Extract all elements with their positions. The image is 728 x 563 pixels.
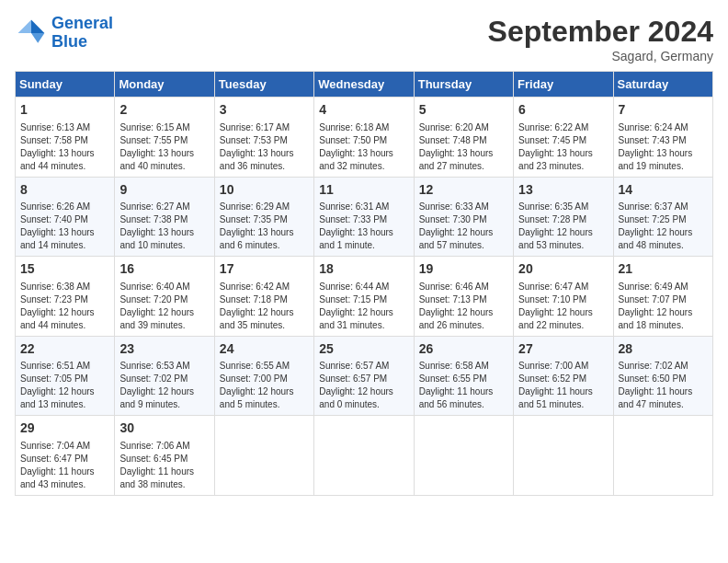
day-info: Sunrise: 6:18 AM Sunset: 7:50 PM Dayligh…	[319, 121, 408, 173]
day-number: 20	[518, 260, 608, 279]
day-number: 21	[619, 260, 708, 279]
day-number: 13	[518, 181, 608, 200]
day-number: 14	[619, 181, 708, 200]
day-info: Sunrise: 6:26 AM Sunset: 7:40 PM Dayligh…	[20, 201, 109, 252]
day-number: 28	[619, 340, 708, 359]
calendar-week-row: 8Sunrise: 6:26 AM Sunset: 7:40 PM Daylig…	[16, 177, 713, 257]
day-number: 2	[119, 101, 209, 120]
calendar-cell: 29Sunrise: 7:04 AM Sunset: 6:47 PM Dayli…	[16, 416, 115, 496]
calendar-cell: 14Sunrise: 6:37 AM Sunset: 7:25 PM Dayli…	[613, 177, 712, 257]
calendar-cell: 10Sunrise: 6:29 AM Sunset: 7:35 PM Dayli…	[214, 177, 313, 257]
day-info: Sunrise: 6:37 AM Sunset: 7:25 PM Dayligh…	[619, 201, 708, 252]
logo: General Blue	[15, 15, 113, 52]
day-number: 10	[220, 181, 309, 200]
day-info: Sunrise: 6:57 AM Sunset: 6:57 PM Dayligh…	[319, 360, 408, 411]
calendar-cell: 30Sunrise: 7:06 AM Sunset: 6:45 PM Dayli…	[115, 416, 214, 496]
day-info: Sunrise: 6:15 AM Sunset: 7:55 PM Dayligh…	[119, 121, 209, 173]
day-info: Sunrise: 6:31 AM Sunset: 7:33 PM Dayligh…	[319, 201, 408, 252]
day-number: 4	[319, 101, 408, 120]
header-day-sunday: Sunday	[16, 72, 115, 98]
calendar-cell: 28Sunrise: 7:02 AM Sunset: 6:50 PM Dayli…	[613, 336, 712, 416]
calendar-cell: 23Sunrise: 6:53 AM Sunset: 7:02 PM Dayli…	[115, 336, 214, 416]
day-info: Sunrise: 6:22 AM Sunset: 7:45 PM Dayligh…	[518, 121, 608, 173]
calendar-cell	[214, 416, 313, 496]
day-number: 3	[220, 101, 309, 120]
month-title: September 2024	[488, 15, 713, 49]
calendar-cell	[414, 416, 513, 496]
calendar-cell: 21Sunrise: 6:49 AM Sunset: 7:07 PM Dayli…	[613, 257, 712, 337]
calendar-cell: 25Sunrise: 6:57 AM Sunset: 6:57 PM Dayli…	[314, 336, 414, 416]
day-number: 7	[619, 101, 708, 120]
header-day-thursday: Thursday	[414, 72, 513, 98]
day-info: Sunrise: 6:20 AM Sunset: 7:48 PM Dayligh…	[419, 121, 508, 173]
day-number: 1	[20, 101, 109, 120]
header-day-saturday: Saturday	[613, 72, 712, 98]
calendar-cell: 20Sunrise: 6:47 AM Sunset: 7:10 PM Dayli…	[514, 257, 613, 337]
day-info: Sunrise: 6:47 AM Sunset: 7:10 PM Dayligh…	[518, 281, 608, 332]
day-info: Sunrise: 7:00 AM Sunset: 6:52 PM Dayligh…	[518, 360, 608, 411]
day-number: 5	[419, 101, 508, 120]
page-header: General Blue September 2024 Sagard, Germ…	[15, 15, 713, 63]
day-info: Sunrise: 6:35 AM Sunset: 7:28 PM Dayligh…	[518, 201, 608, 252]
day-info: Sunrise: 6:44 AM Sunset: 7:15 PM Dayligh…	[319, 281, 408, 332]
day-number: 23	[119, 340, 209, 359]
calendar-cell: 6Sunrise: 6:22 AM Sunset: 7:45 PM Daylig…	[514, 98, 613, 178]
day-info: Sunrise: 6:33 AM Sunset: 7:30 PM Dayligh…	[419, 201, 508, 252]
calendar-table: SundayMondayTuesdayWednesdayThursdayFrid…	[15, 71, 713, 496]
svg-marker-2	[18, 19, 31, 32]
day-number: 19	[419, 260, 508, 279]
calendar-cell: 3Sunrise: 6:17 AM Sunset: 7:53 PM Daylig…	[214, 98, 313, 178]
logo-line1: General	[51, 14, 113, 32]
calendar-cell: 16Sunrise: 6:40 AM Sunset: 7:20 PM Dayli…	[115, 257, 214, 337]
header-day-monday: Monday	[115, 72, 214, 98]
calendar-cell: 26Sunrise: 6:58 AM Sunset: 6:55 PM Dayli…	[414, 336, 513, 416]
calendar-cell	[314, 416, 414, 496]
day-info: Sunrise: 6:58 AM Sunset: 6:55 PM Dayligh…	[419, 360, 508, 411]
calendar-cell: 15Sunrise: 6:38 AM Sunset: 7:23 PM Dayli…	[16, 257, 115, 337]
calendar-cell: 2Sunrise: 6:15 AM Sunset: 7:55 PM Daylig…	[115, 98, 214, 178]
day-number: 18	[319, 260, 408, 279]
day-number: 17	[220, 260, 309, 279]
calendar-cell: 22Sunrise: 6:51 AM Sunset: 7:05 PM Dayli…	[16, 336, 115, 416]
day-info: Sunrise: 6:38 AM Sunset: 7:23 PM Dayligh…	[20, 281, 109, 332]
calendar-cell: 13Sunrise: 6:35 AM Sunset: 7:28 PM Dayli…	[514, 177, 613, 257]
calendar-cell: 9Sunrise: 6:27 AM Sunset: 7:38 PM Daylig…	[115, 177, 214, 257]
calendar-body: 1Sunrise: 6:13 AM Sunset: 7:58 PM Daylig…	[16, 98, 713, 496]
svg-marker-1	[31, 33, 44, 43]
calendar-week-row: 1Sunrise: 6:13 AM Sunset: 7:58 PM Daylig…	[16, 98, 713, 178]
calendar-cell: 4Sunrise: 6:18 AM Sunset: 7:50 PM Daylig…	[314, 98, 414, 178]
calendar-week-row: 15Sunrise: 6:38 AM Sunset: 7:23 PM Dayli…	[16, 257, 713, 337]
day-number: 16	[119, 260, 209, 279]
location-subtitle: Sagard, Germany	[488, 49, 713, 63]
day-number: 27	[518, 340, 608, 359]
logo-line2: Blue	[51, 32, 87, 51]
logo-icon	[15, 17, 48, 50]
calendar-cell: 8Sunrise: 6:26 AM Sunset: 7:40 PM Daylig…	[16, 177, 115, 257]
day-number: 9	[119, 181, 209, 200]
calendar-cell: 1Sunrise: 6:13 AM Sunset: 7:58 PM Daylig…	[16, 98, 115, 178]
day-number: 30	[119, 419, 209, 438]
day-number: 11	[319, 181, 408, 200]
day-info: Sunrise: 6:55 AM Sunset: 7:00 PM Dayligh…	[220, 360, 309, 411]
calendar-cell	[613, 416, 712, 496]
calendar-cell: 17Sunrise: 6:42 AM Sunset: 7:18 PM Dayli…	[214, 257, 313, 337]
day-info: Sunrise: 7:02 AM Sunset: 6:50 PM Dayligh…	[619, 360, 708, 411]
day-number: 15	[20, 260, 109, 279]
calendar-cell: 5Sunrise: 6:20 AM Sunset: 7:48 PM Daylig…	[414, 98, 513, 178]
header-day-tuesday: Tuesday	[214, 72, 313, 98]
day-info: Sunrise: 6:51 AM Sunset: 7:05 PM Dayligh…	[20, 360, 109, 411]
day-info: Sunrise: 6:46 AM Sunset: 7:13 PM Dayligh…	[419, 281, 508, 332]
day-info: Sunrise: 6:49 AM Sunset: 7:07 PM Dayligh…	[619, 281, 708, 332]
svg-marker-0	[31, 19, 44, 32]
title-block: September 2024 Sagard, Germany	[488, 15, 713, 63]
day-info: Sunrise: 6:17 AM Sunset: 7:53 PM Dayligh…	[220, 121, 309, 173]
day-info: Sunrise: 7:04 AM Sunset: 6:47 PM Dayligh…	[20, 440, 109, 491]
calendar-cell: 18Sunrise: 6:44 AM Sunset: 7:15 PM Dayli…	[314, 257, 414, 337]
day-number: 24	[220, 340, 309, 359]
calendar-week-row: 29Sunrise: 7:04 AM Sunset: 6:47 PM Dayli…	[16, 416, 713, 496]
day-info: Sunrise: 6:27 AM Sunset: 7:38 PM Dayligh…	[119, 201, 209, 252]
day-number: 12	[419, 181, 508, 200]
header-day-wednesday: Wednesday	[314, 72, 414, 98]
calendar-cell: 11Sunrise: 6:31 AM Sunset: 7:33 PM Dayli…	[314, 177, 414, 257]
day-info: Sunrise: 6:24 AM Sunset: 7:43 PM Dayligh…	[619, 121, 708, 173]
